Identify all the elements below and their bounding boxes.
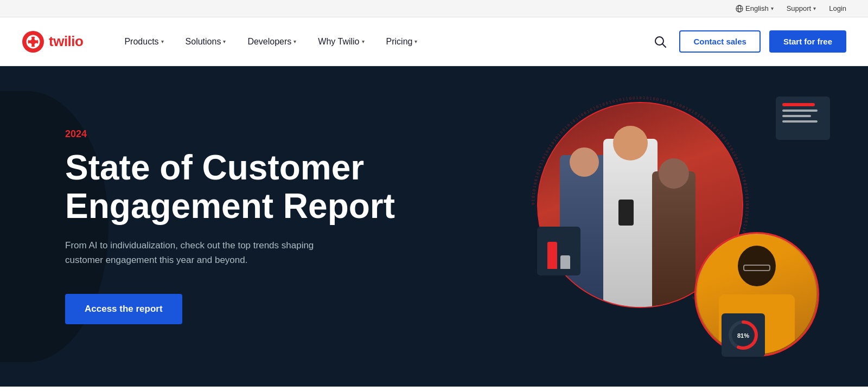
access-report-button[interactable]: Access the report	[65, 294, 182, 324]
top-bar: English ▾ Support ▾ Login	[0, 0, 868, 17]
nav-why-twilio[interactable]: Why Twilio ▾	[309, 33, 373, 51]
nav-pricing[interactable]: Pricing ▾	[378, 33, 426, 51]
hero-right-fade	[825, 66, 868, 387]
donut-label: 81%	[737, 332, 749, 339]
twilio-logo-icon	[22, 30, 44, 53]
hero-visual: 0101010010101101001010100101011001010100…	[488, 66, 868, 387]
nav-links: Products ▾ Solutions ▾ Developers ▾ Why …	[116, 33, 650, 51]
globe-icon	[736, 5, 743, 12]
developers-chevron: ▾	[293, 38, 296, 44]
nav-actions: Contact sales Start for free	[650, 30, 846, 53]
nav-products[interactable]: Products ▾	[116, 33, 172, 51]
hero-subtitle: From AI to individualization, check out …	[65, 238, 336, 267]
svg-point-3	[22, 31, 44, 53]
nav-solutions[interactable]: Solutions ▾	[177, 33, 235, 51]
search-icon	[654, 36, 666, 48]
support-chevron: ▾	[813, 5, 816, 11]
svg-point-6	[35, 36, 39, 40]
hero-title: State of Customer Engagement Report	[65, 149, 395, 225]
language-selector[interactable]: English ▾	[736, 4, 774, 12]
logo[interactable]: twilio	[22, 30, 83, 53]
donut-widget: 81%	[722, 313, 765, 357]
login-link[interactable]: Login	[829, 4, 846, 12]
contact-sales-button[interactable]: Contact sales	[679, 30, 761, 53]
pricing-chevron: ▾	[414, 38, 417, 44]
chart-widget	[537, 227, 580, 275]
hero-year: 2024	[65, 128, 395, 140]
report-line-accent	[782, 103, 815, 106]
svg-point-8	[35, 43, 39, 47]
report-line-2	[782, 115, 811, 117]
logo-text: twilio	[49, 33, 83, 50]
support-menu[interactable]: Support ▾	[787, 4, 816, 12]
start-free-button[interactable]: Start for free	[769, 30, 846, 53]
products-chevron: ▾	[161, 38, 164, 44]
language-chevron: ▾	[771, 5, 774, 11]
nav-developers[interactable]: Developers ▾	[239, 33, 305, 51]
search-button[interactable]	[650, 31, 671, 52]
why-twilio-chevron: ▾	[362, 38, 365, 44]
report-widget	[776, 97, 830, 140]
visual-container: 0101010010101101001010100101011001010100…	[515, 86, 841, 368]
svg-point-5	[28, 36, 32, 40]
svg-point-7	[28, 43, 32, 47]
hero-section: 2024 State of Customer Engagement Report…	[0, 66, 868, 387]
report-line-3	[782, 120, 818, 123]
chart-bar-white	[560, 255, 570, 269]
donut-chart: 81%	[727, 319, 760, 351]
report-line-1	[782, 110, 818, 112]
solutions-chevron: ▾	[223, 38, 226, 44]
chart-bar-red	[547, 242, 557, 269]
svg-line-10	[662, 44, 666, 47]
main-nav: twilio Products ▾ Solutions ▾ Developers…	[0, 17, 868, 66]
hero-content: 2024 State of Customer Engagement Report…	[65, 128, 395, 324]
